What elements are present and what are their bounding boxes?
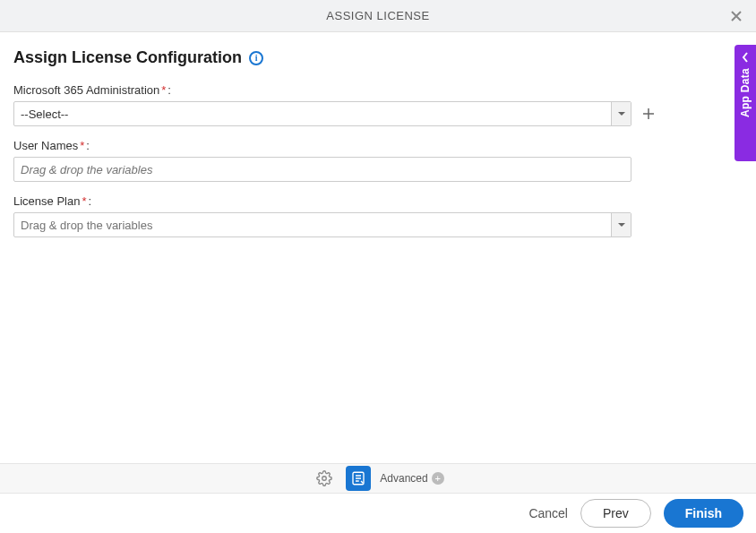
chevron-down-icon[interactable]: [611, 213, 631, 236]
licenseplan-combo[interactable]: [13, 212, 631, 237]
required-star: *: [161, 83, 166, 97]
field-ms365: Microsoft 365 Administration *: --Select…: [13, 83, 743, 126]
label-text: User Names: [13, 139, 78, 152]
footer: Cancel Prev Finish: [0, 494, 756, 533]
plus-icon: [641, 107, 656, 121]
side-tab-label: App Data: [739, 68, 752, 117]
label-text: Microsoft 365 Administration: [13, 83, 159, 97]
required-star: *: [80, 139, 84, 152]
cancel-button[interactable]: Cancel: [528, 506, 568, 520]
usernames-input[interactable]: [14, 158, 631, 181]
dialog-header: ASSIGN LICENSE: [0, 0, 756, 32]
close-button[interactable]: [727, 7, 745, 25]
add-button[interactable]: [640, 106, 657, 122]
info-icon[interactable]: i: [249, 51, 263, 65]
field-label-ms365: Microsoft 365 Administration *:: [13, 83, 743, 97]
page-title-row: Assign License Configuration i: [13, 48, 743, 67]
usernames-input-wrap: [13, 157, 631, 182]
ms365-select-value: --Select--: [14, 102, 611, 125]
chevron-down-icon[interactable]: [611, 102, 631, 125]
content-area: Assign License Configuration i Microsoft…: [0, 32, 756, 237]
settings-button[interactable]: [312, 466, 337, 491]
plus-circle-icon: +: [432, 472, 444, 485]
required-star: *: [82, 194, 86, 208]
prev-button[interactable]: Prev: [580, 499, 651, 528]
licenseplan-input[interactable]: [14, 213, 611, 236]
close-icon: [729, 9, 743, 23]
advanced-toggle[interactable]: Advanced +: [380, 472, 443, 485]
svg-point-0: [322, 477, 327, 481]
form-icon: [350, 470, 366, 486]
page-title: Assign License Configuration: [13, 48, 242, 67]
label-text: License Plan: [13, 194, 80, 208]
field-row-ms365: --Select--: [13, 101, 743, 126]
side-tab-app-data[interactable]: App Data: [735, 45, 756, 161]
gear-icon: [316, 470, 332, 486]
field-label-licenseplan: License Plan *:: [13, 194, 743, 208]
ms365-select[interactable]: --Select--: [13, 101, 631, 126]
field-licenseplan: License Plan *:: [13, 194, 743, 237]
finish-button[interactable]: Finish: [664, 499, 743, 528]
advanced-label-text: Advanced: [380, 472, 427, 485]
bottom-toolbar: Advanced +: [0, 463, 756, 494]
chevron-left-icon: [740, 52, 751, 63]
field-label-usernames: User Names *:: [13, 139, 743, 152]
form-button[interactable]: [346, 466, 371, 491]
dialog-title: ASSIGN LICENSE: [326, 9, 429, 22]
field-usernames: User Names *:: [13, 139, 743, 182]
